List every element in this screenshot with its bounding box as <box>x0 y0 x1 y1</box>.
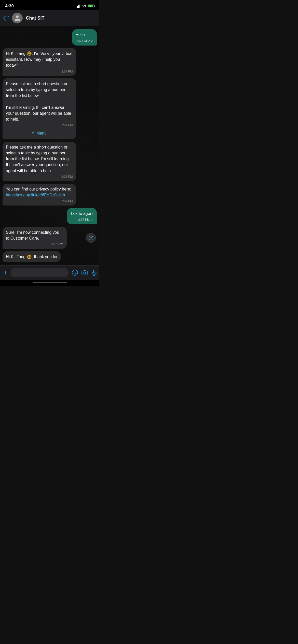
charging-bolt-icon: ⚡ <box>89 5 92 7</box>
read-receipt-icon: ✓ <box>91 217 93 222</box>
message-time: 2:37 PM <box>52 242 63 246</box>
message-row: Hello 2:37 PM ✓✓ <box>3 29 97 46</box>
status-icons: 5G ⚡ <box>76 4 94 8</box>
back-count-label[interactable]: 2 <box>7 16 9 21</box>
message-text-continued: I'm still learning. If I can't answer yo… <box>6 105 71 121</box>
message-row: Talk to agent 2:37 PM ✓ <box>3 208 97 224</box>
chat-area: Hello 2:37 PM ✓✓ Hi Kit Tang 🤓, I'm Vera… <box>0 26 99 265</box>
home-indicator <box>0 280 99 286</box>
message-row: Sure, I'm now connecting you to Customer… <box>3 227 97 249</box>
svg-point-1 <box>72 270 78 275</box>
home-bar <box>33 282 67 283</box>
message-time: 2:37 PM <box>61 69 73 74</box>
status-bar: 4:30 5G ⚡ <box>0 0 99 10</box>
message-row: Hi Kit Tang 🤓, I'm Vera - your virtual a… <box>3 48 97 76</box>
message-text: Hi Kit Tang 🤓, I'm Vera - your virtual a… <box>6 51 72 67</box>
message-row: Please ask me a short question or select… <box>3 78 97 139</box>
message-time: 2:37 PM <box>61 123 73 127</box>
message-input[interactable] <box>10 268 69 277</box>
emoji-button[interactable] <box>72 269 78 277</box>
message-time: 2:37 PM <box>61 199 73 203</box>
message-time: 2:37 PM <box>78 218 90 222</box>
message-row: Please ask me a short question or select… <box>3 142 97 181</box>
contact-name[interactable]: Chat SIT <box>26 16 44 21</box>
contact-avatar[interactable] <box>12 13 23 23</box>
input-bar: + <box>0 265 99 280</box>
svg-point-5 <box>84 272 86 274</box>
read-receipt-icon: ✓✓ <box>88 39 93 43</box>
svg-rect-4 <box>82 271 87 275</box>
network-label: 5G <box>82 4 86 8</box>
svg-point-3 <box>75 272 76 272</box>
message-row: You can find our privacy policy here: ht… <box>3 184 97 206</box>
status-time: 4:30 <box>5 4 14 9</box>
add-attachment-button[interactable]: + <box>4 269 7 276</box>
incoming-bubble: You can find our privacy policy here: ht… <box>3 184 76 206</box>
menu-label: Menu <box>36 130 47 136</box>
svg-point-2 <box>74 272 75 272</box>
chat-header: 2 Chat SIT <box>0 10 99 26</box>
message-text: You can find our privacy policy here: <box>6 187 71 191</box>
incoming-bubble-partial: Hi Kit Tang 🤓, thank you for <box>3 251 61 262</box>
message-time: 2:37 PM <box>75 39 87 43</box>
svg-rect-6 <box>93 270 95 273</box>
scroll-down-button[interactable] <box>86 233 96 243</box>
incoming-bubble: Sure, I'm now connecting you to Customer… <box>3 227 67 249</box>
camera-button[interactable] <box>81 269 88 276</box>
incoming-bubble: Please ask me a short question or select… <box>3 142 76 181</box>
outgoing-bubble: Talk to agent 2:37 PM ✓ <box>67 208 97 224</box>
message-time: 2:37 PM <box>61 175 73 179</box>
message-text: Please ask me a short question or select… <box>6 82 67 98</box>
message-text: Hello <box>75 33 85 37</box>
message-text: Hi Kit Tang 🤓, thank you for <box>6 255 58 259</box>
outgoing-bubble: Hello 2:37 PM ✓✓ <box>72 29 97 46</box>
message-text: Please ask me a short question or select… <box>6 145 70 173</box>
microphone-button[interactable] <box>91 269 98 276</box>
menu-button[interactable]: ≡ Menu <box>6 128 73 137</box>
svg-point-0 <box>89 236 93 240</box>
back-button[interactable] <box>3 16 6 21</box>
menu-list-icon: ≡ <box>32 130 34 136</box>
battery-icon: ⚡ <box>88 5 94 8</box>
privacy-policy-link[interactable]: https://cx.app.link/e/6FYDz0ielkb <box>6 193 65 197</box>
message-row: Hi Kit Tang 🤓, thank you for <box>3 251 97 262</box>
message-text: Talk to agent <box>70 211 93 216</box>
incoming-bubble: Hi Kit Tang 🤓, I'm Vera - your virtual a… <box>3 48 76 76</box>
message-text: Sure, I'm now connecting you to Customer… <box>6 230 59 240</box>
incoming-bubble: Please ask me a short question or select… <box>3 78 76 139</box>
signal-bars-icon <box>76 4 80 8</box>
